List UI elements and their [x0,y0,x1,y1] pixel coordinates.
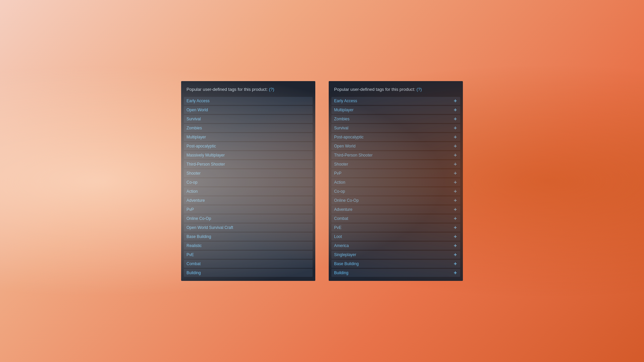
tag-label[interactable]: Survival [331,124,351,132]
tag-label[interactable]: Massively Multiplayer [184,151,227,159]
tag-label[interactable]: Action [331,178,348,186]
tag-label[interactable]: PvE [184,251,197,259]
right-panel-header: Popular user-defined tags for this produ… [329,81,463,97]
tag-label[interactable]: Post-apocalyptic [184,142,219,150]
list-item: Base Building [184,233,313,241]
tag-label[interactable]: Singleplayer [331,251,359,259]
tag-add-button[interactable]: + [450,133,460,141]
tag-label[interactable]: Post-apocalyptic [331,133,366,141]
tag-label[interactable]: Co-op [184,178,200,186]
tag-label[interactable]: Combat [184,260,203,268]
list-item: Third-Person Shooter+ [331,151,460,159]
tag-label[interactable]: PvE [331,224,344,232]
tag-add-button[interactable]: + [450,215,460,223]
tag-add-button[interactable]: + [450,233,460,241]
list-item: PvP [184,205,313,214]
right-tags-list: Early Access+Multiplayer+Zombies+Surviva… [329,97,463,281]
tag-add-button[interactable]: + [450,106,460,114]
tag-add-button[interactable]: + [450,242,460,250]
tag-label[interactable]: Multiplayer [184,133,209,141]
panels-container: Popular user-defined tags for this produ… [181,81,463,281]
list-item: Adventure [184,196,313,204]
tag-add-button[interactable]: + [450,97,460,105]
tag-add-button[interactable]: + [450,169,460,177]
tag-add-button[interactable]: + [450,160,460,168]
tag-label[interactable]: Shooter [331,160,351,168]
tag-label[interactable]: Early Access [184,97,212,105]
tag-label[interactable]: America [331,242,352,250]
tag-label[interactable]: Loot [331,233,344,241]
left-panel-header: Popular user-defined tags for this produ… [181,81,315,97]
left-help-icon[interactable]: (?) [269,87,274,92]
list-item: Zombies [184,124,313,132]
tag-label[interactable]: Building [184,269,204,277]
list-item: Shooter+ [331,160,460,168]
tag-add-button[interactable]: + [450,178,460,186]
list-item: Building+ [331,269,460,277]
list-item: Massively Multiplayer [184,151,313,159]
tag-add-button[interactable]: + [450,196,460,204]
list-item: PvE+ [331,224,460,232]
tag-label[interactable]: Open World Survival Craft [184,224,236,232]
list-item: Building [184,269,313,277]
tag-add-button[interactable]: + [450,224,460,232]
tag-label[interactable]: Multiplayer [331,106,356,114]
tag-label[interactable]: Survival [184,115,204,123]
tag-label[interactable]: PvP [331,169,344,177]
tag-label[interactable]: Building [331,269,351,277]
tag-label[interactable]: Open World [331,142,358,150]
tag-label[interactable]: PvP [184,205,197,214]
right-header-text: Popular user-defined tags for this produ… [334,87,415,92]
list-item: Multiplayer+ [331,106,460,114]
tag-add-button[interactable]: + [450,142,460,150]
tag-label[interactable]: Open World [184,106,211,114]
list-item: Post-apocalyptic+ [331,133,460,141]
list-item: America+ [331,242,460,250]
tag-add-button[interactable]: + [450,115,460,123]
tag-label[interactable]: Zombies [184,124,205,132]
tag-label[interactable]: Action [184,187,200,195]
tag-label[interactable]: Realistic [184,242,204,250]
tag-add-button[interactable]: + [450,151,460,159]
tag-label[interactable]: Early Access [331,97,360,105]
tag-label[interactable]: Third-Person Shooter [331,151,375,159]
right-panel: Popular user-defined tags for this produ… [329,81,463,281]
list-item: Third-Person Shooter [184,160,313,168]
list-item: Loot+ [331,233,460,241]
list-item: Survival+ [331,124,460,132]
list-item: Survival [184,115,313,123]
list-item: Action+ [331,178,460,186]
left-panel: Popular user-defined tags for this produ… [181,81,315,281]
list-item: Post-apocalyptic [184,142,313,150]
right-help-icon[interactable]: (?) [417,87,422,92]
tag-add-button[interactable]: + [450,187,460,195]
tag-add-button[interactable]: + [450,269,460,277]
list-item: PvP+ [331,169,460,177]
tag-label[interactable]: Shooter [184,169,203,177]
left-header-text: Popular user-defined tags for this produ… [186,87,268,92]
list-item: Combat [184,260,313,268]
list-item: PvE [184,251,313,259]
list-item: Combat+ [331,215,460,223]
list-item: Co-op [184,178,313,186]
tag-label[interactable]: Combat [331,215,351,223]
tag-add-button[interactable]: + [450,124,460,132]
list-item: Realistic [184,242,313,250]
tag-label[interactable]: Adventure [184,196,208,204]
tag-label[interactable]: Base Building [331,260,361,268]
tag-add-button[interactable]: + [450,260,460,268]
tag-label[interactable]: Adventure [331,205,355,214]
tag-label[interactable]: Base Building [184,233,214,241]
list-item: Co-op+ [331,187,460,195]
tag-add-button[interactable]: + [450,205,460,214]
tag-add-button[interactable]: + [450,251,460,259]
list-item: Shooter [184,169,313,177]
list-item: Open World+ [331,142,460,150]
list-item: Open World Survival Craft [184,224,313,232]
tag-label[interactable]: Co-op [331,187,348,195]
tag-label[interactable]: Online Co-Op [331,196,361,204]
tag-label[interactable]: Online Co-Op [184,215,214,223]
tag-label[interactable]: Third-Person Shooter [184,160,228,168]
tag-label[interactable]: Zombies [331,115,352,123]
list-item: Action [184,187,313,195]
